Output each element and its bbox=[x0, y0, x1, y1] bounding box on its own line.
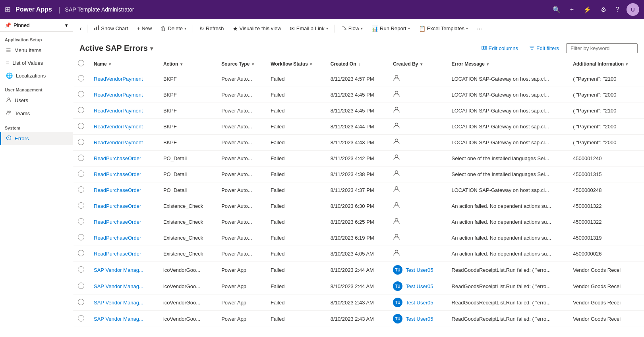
row-name-link-10[interactable]: ReadPurchaseOrder bbox=[94, 235, 141, 241]
col-created-by[interactable]: Created By ▾ bbox=[388, 57, 447, 71]
row-name-link-4[interactable]: ReadVendorPayment bbox=[94, 139, 143, 145]
row-checkbox-9[interactable] bbox=[78, 218, 84, 225]
row-name-link-7[interactable]: ReadPurchaseOrder bbox=[94, 187, 141, 193]
row-created-by-link-14[interactable]: Test User05 bbox=[406, 300, 433, 306]
row-checkbox-cell-14[interactable] bbox=[73, 294, 89, 311]
row-name-link-15[interactable]: SAP Vendor Manag... bbox=[94, 316, 143, 322]
row-checkbox-6[interactable] bbox=[78, 170, 84, 177]
keyword-filter-input[interactable] bbox=[566, 43, 638, 53]
run-report-button[interactable]: 📊 Run Report ▾ bbox=[367, 23, 414, 34]
row-checkbox-cell-1[interactable] bbox=[73, 87, 89, 103]
excel-dropdown-icon[interactable]: ▾ bbox=[466, 26, 468, 31]
row-name-link-9[interactable]: ReadPurchaseOrder bbox=[94, 219, 141, 225]
row-name-link-2[interactable]: ReadVendorPayment bbox=[94, 108, 143, 114]
row-checkbox-0[interactable] bbox=[78, 75, 84, 81]
row-name-link-5[interactable]: ReadPurchaseOrder bbox=[94, 155, 141, 161]
row-checkbox-cell-11[interactable] bbox=[73, 246, 89, 262]
row-checkbox-cell-10[interactable] bbox=[73, 230, 89, 246]
col-workflow-status-sort-icon[interactable]: ▾ bbox=[310, 62, 312, 66]
row-name-link-12[interactable]: SAP Vendor Manag... bbox=[94, 267, 143, 273]
new-button[interactable]: + New bbox=[133, 23, 156, 34]
row-checkbox-cell-9[interactable] bbox=[73, 214, 89, 230]
flow-button[interactable]: Flow ▾ bbox=[337, 23, 367, 34]
row-checkbox-cell-12[interactable] bbox=[73, 262, 89, 278]
row-name-link-0[interactable]: ReadVendorPayment bbox=[94, 76, 143, 82]
select-all-checkbox-header[interactable] bbox=[73, 57, 89, 71]
row-checkbox-cell-3[interactable] bbox=[73, 119, 89, 135]
col-name[interactable]: Name ▾ bbox=[89, 57, 159, 71]
col-created-on-sort-icon[interactable]: ↓ bbox=[358, 62, 360, 66]
row-checkbox-10[interactable] bbox=[78, 234, 84, 240]
row-checkbox-15[interactable] bbox=[78, 315, 84, 322]
col-action[interactable]: Action ▾ bbox=[159, 57, 217, 71]
email-dropdown-icon[interactable]: ▾ bbox=[326, 26, 328, 31]
col-additional-info-sort-icon[interactable]: ▾ bbox=[626, 62, 628, 66]
row-checkbox-cell-8[interactable] bbox=[73, 198, 89, 214]
search-icon[interactable]: 🔍 bbox=[550, 6, 563, 14]
row-checkbox-cell-6[interactable] bbox=[73, 167, 89, 182]
sidebar-item-errors[interactable]: Errors bbox=[0, 132, 73, 145]
row-checkbox-cell-0[interactable] bbox=[73, 71, 89, 87]
col-created-on[interactable]: Created On ↓ bbox=[326, 57, 388, 71]
sidebar-item-list-of-values[interactable]: ≡ List of Values bbox=[0, 56, 73, 69]
row-checkbox-cell-5[interactable] bbox=[73, 151, 89, 167]
col-error-message[interactable]: Error Message ▾ bbox=[447, 57, 569, 71]
row-checkbox-cell-13[interactable] bbox=[73, 278, 89, 294]
visualize-button[interactable]: ★ Visualize this view bbox=[229, 23, 285, 34]
row-checkbox-11[interactable] bbox=[78, 250, 84, 256]
col-workflow-status[interactable]: Workflow Status ▾ bbox=[266, 57, 326, 71]
sidebar-pinned-header[interactable]: 📌 Pinned ▾ bbox=[0, 19, 73, 32]
row-checkbox-2[interactable] bbox=[78, 107, 84, 113]
row-checkbox-8[interactable] bbox=[78, 202, 84, 209]
refresh-button[interactable]: ↻ Refresh bbox=[195, 23, 228, 34]
col-source-type-sort-icon[interactable]: ▾ bbox=[252, 62, 254, 66]
sidebar-item-teams[interactable]: Teams bbox=[0, 107, 73, 120]
row-checkbox-cell-7[interactable] bbox=[73, 182, 89, 198]
add-icon[interactable]: + bbox=[568, 6, 576, 13]
grid-menu-icon[interactable]: ⊞ bbox=[5, 5, 11, 14]
settings-icon[interactable]: ⚙ bbox=[598, 6, 609, 14]
select-all-circle[interactable] bbox=[78, 60, 84, 66]
col-error-message-sort-icon[interactable]: ▾ bbox=[487, 62, 489, 66]
row-name-link-13[interactable]: SAP Vendor Manag... bbox=[94, 283, 143, 289]
col-action-sort-icon[interactable]: ▾ bbox=[180, 62, 182, 66]
sidebar-item-menu-items[interactable]: ☰ Menu Items bbox=[0, 44, 73, 56]
row-checkbox-1[interactable] bbox=[78, 91, 84, 97]
filter-icon[interactable]: ⚡ bbox=[581, 6, 594, 14]
row-checkbox-cell-2[interactable] bbox=[73, 103, 89, 119]
row-name-link-8[interactable]: ReadPurchaseOrder bbox=[94, 203, 141, 209]
excel-templates-button[interactable]: 📋 Excel Templates ▾ bbox=[415, 23, 472, 34]
col-name-sort-icon[interactable]: ▾ bbox=[109, 62, 111, 66]
avatar[interactable]: U bbox=[627, 3, 639, 16]
col-created-by-sort-icon[interactable]: ▾ bbox=[420, 62, 422, 66]
row-checkbox-7[interactable] bbox=[78, 186, 84, 193]
flow-dropdown-icon[interactable]: ▾ bbox=[361, 26, 363, 31]
sidebar-item-users[interactable]: Users bbox=[0, 94, 73, 107]
show-chart-button[interactable]: Show Chart bbox=[90, 23, 132, 34]
row-name-link-14[interactable]: SAP Vendor Manag... bbox=[94, 300, 143, 306]
row-name-link-6[interactable]: ReadPurchaseOrder bbox=[94, 171, 141, 177]
edit-filters-button[interactable]: Edit filters bbox=[525, 43, 563, 54]
row-name-link-1[interactable]: ReadVendorPayment bbox=[94, 92, 143, 98]
row-checkbox-12[interactable] bbox=[78, 266, 84, 273]
row-checkbox-cell-4[interactable] bbox=[73, 135, 89, 151]
row-created-by-link-15[interactable]: Test User05 bbox=[406, 316, 433, 322]
more-options-button[interactable]: ⋯ bbox=[473, 23, 486, 35]
row-created-by-link-13[interactable]: Test User05 bbox=[406, 283, 433, 289]
pinned-collapse-icon[interactable]: ▾ bbox=[65, 22, 68, 28]
view-title-dropdown-icon[interactable]: ▾ bbox=[150, 45, 153, 52]
row-checkbox-5[interactable] bbox=[78, 155, 84, 161]
col-source-type[interactable]: Source Type ▾ bbox=[217, 57, 266, 71]
row-checkbox-4[interactable] bbox=[78, 139, 84, 145]
sidebar-item-localizations[interactable]: 🌐 Localizations bbox=[0, 69, 73, 82]
row-checkbox-13[interactable] bbox=[78, 283, 84, 289]
row-checkbox-3[interactable] bbox=[78, 123, 84, 129]
row-name-link-11[interactable]: ReadPurchaseOrder bbox=[94, 251, 141, 257]
help-icon[interactable]: ? bbox=[613, 6, 622, 13]
row-checkbox-14[interactable] bbox=[78, 299, 84, 305]
email-link-button[interactable]: ✉ Email a Link ▾ bbox=[286, 23, 332, 34]
col-additional-info[interactable]: Additional Information ▾ bbox=[568, 57, 644, 71]
back-button[interactable]: ‹ bbox=[76, 23, 85, 34]
delete-button[interactable]: 🗑 Delete ▾ bbox=[157, 23, 190, 34]
delete-dropdown-icon[interactable]: ▾ bbox=[184, 26, 186, 31]
